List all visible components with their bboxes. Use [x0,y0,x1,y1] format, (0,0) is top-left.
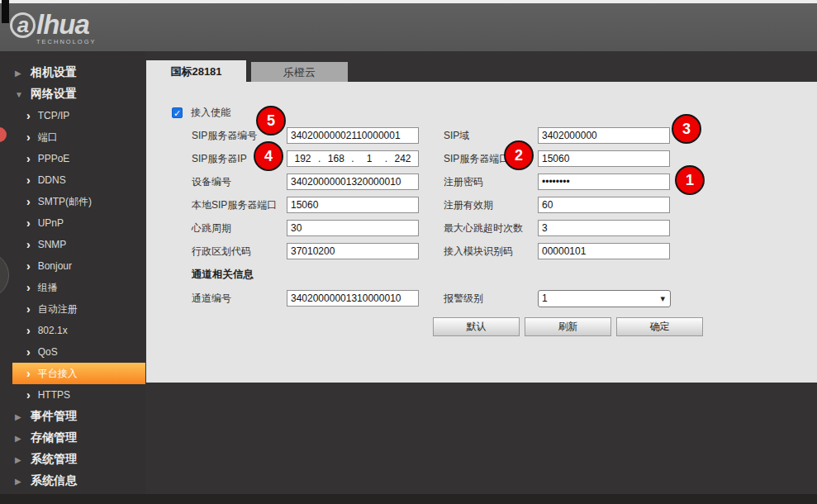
sidebar-item-label: PPPoE [38,153,70,164]
alarm-level-selected-value: 1 [542,292,660,304]
bottom-strip [0,494,817,504]
top-left-corner-block [2,0,9,23]
sidebar-item-label: 802.1x [38,325,68,336]
chevron-right-icon: › [26,197,31,207]
chevron-right-icon: › [26,132,31,142]
sip-server-ip-input[interactable]: 192 . 168 . 1 . 242 [287,150,419,167]
admin-region-code-input[interactable] [287,243,419,259]
alarm-level-label: 报警级别 [444,292,538,306]
ip-octet-4: 242 [387,153,418,164]
device-id-input[interactable] [287,174,419,190]
dahua-logo: alhua TECHNOLOGY [10,10,97,45]
triangle-right-icon: ▶ [15,412,24,421]
app-header: alhua TECHNOLOGY [0,3,817,51]
alarm-level-select[interactable]: 1 ▾ [538,290,671,307]
chevron-right-icon: › [26,111,31,121]
sidebar-item-label: 端口 [38,131,58,145]
dahua-logo-subtitle: TECHNOLOGY [36,38,97,45]
triangle-right-icon: ▶ [15,69,24,78]
sip-domain-label: SIP域 [444,129,538,143]
dahua-logo-rest: lhua [36,9,89,40]
chevron-right-icon: › [26,347,31,357]
sidebar-item-storage-management[interactable]: ▶存储管理 [0,427,145,449]
sidebar-item-platform-access[interactable]: ›平台接入 [12,363,145,384]
device-id-label: 设备编号 [192,175,287,189]
sidebar-item-label: 存储管理 [31,430,77,445]
sidebar-item-snmp[interactable]: ›SNMP [0,234,145,255]
form-row: 设备编号 注册密码 [192,170,708,193]
form-row: 本地SIP服务器端口 注册有效期 [192,193,708,216]
max-heartbeat-timeout-input[interactable] [538,220,670,236]
triangle-right-icon: ▶ [15,477,24,486]
channel-id-label: 通道编号 [192,292,287,306]
sip-server-id-input[interactable] [287,127,419,144]
sidebar-item-pppoe[interactable]: ›PPPoE [0,148,145,169]
sidebar-item-system-management[interactable]: ▶系统管理 [0,449,145,470]
triangle-right-icon: ▶ [15,455,24,464]
sidebar-item-network-settings[interactable]: ▼网络设置 [0,83,145,105]
enable-checkbox[interactable]: ✓ [172,107,183,118]
annotation-badge-5: 5 [256,106,286,136]
sidebar-item-event-management[interactable]: ▶事件管理 [0,406,145,427]
sidebar-item-camera-settings[interactable]: ▶相机设置 [0,62,145,83]
tab-gb28181[interactable]: 国标28181 [146,60,246,82]
chevron-right-icon: › [26,175,31,185]
ip-octet-2: 168 [321,153,351,164]
heartbeat-period-input[interactable] [287,220,419,236]
dahua-logo-text: alhua [10,10,97,40]
sidebar-item-label: DDNS [38,174,66,186]
heartbeat-period-label: 心跳周期 [192,221,287,235]
chevron-right-icon: › [26,218,31,228]
settings-panel: ✓ 接入使能 SIP服务器编号 SIP域 SIP服务器IP 192 . 168 … [146,82,817,383]
sidebar-item-qos[interactable]: ›QoS [0,341,145,363]
sip-domain-input[interactable] [538,127,670,144]
confirm-button[interactable]: 确定 [616,317,703,336]
sidebar-item-smtp[interactable]: ›SMTP(邮件) [0,191,145,212]
local-sip-port-input[interactable] [287,197,419,213]
form-row: 通道编号 报警级别 1 ▾ [192,287,708,310]
chevron-right-icon: › [26,368,31,378]
access-module-id-input[interactable] [538,243,670,259]
channel-section-title: 通道相关信息 [192,263,708,287]
annotation-badge-3: 3 [672,114,701,144]
triangle-down-icon: ▼ [15,90,24,99]
sidebar-item-tcpip[interactable]: ›TCP/IP [0,105,145,126]
register-validity-label: 注册有效期 [444,198,538,212]
channel-id-input[interactable] [287,290,419,307]
sidebar-item-ddns[interactable]: ›DDNS [0,169,145,191]
dahua-logo-circled-a: a [10,12,36,38]
sidebar-item-label: TCP/IP [38,110,70,121]
sidebar-item-8021x[interactable]: ›802.1x [0,320,145,341]
checkbox-check-icon: ✓ [173,108,181,118]
default-button[interactable]: 默认 [433,317,520,336]
sidebar-item-label: SNMP [38,239,67,250]
chevron-right-icon: › [26,304,31,314]
gb28181-form: ✓ 接入使能 SIP服务器编号 SIP域 SIP服务器IP 192 . 168 … [192,101,708,336]
sidebar-item-label: SMTP(邮件) [38,195,92,209]
sip-server-port-input[interactable] [538,150,670,167]
chevron-right-icon: › [26,261,31,271]
chevron-right-icon: › [26,390,31,400]
sidebar-item-label: 系统信息 [31,473,77,488]
sidebar-item-multicast[interactable]: ›组播 [0,277,145,298]
sidebar-item-label: 平台接入 [38,367,78,381]
tab-lechange-cloud[interactable]: 乐橙云 [251,62,348,82]
ip-octet-3: 1 [354,153,385,164]
register-validity-input[interactable] [538,197,670,213]
register-password-input[interactable] [538,174,670,190]
admin-region-code-label: 行政区划代码 [192,245,287,259]
sidebar-item-label: 网络设置 [31,87,77,102]
annotation-badge-4: 4 [254,141,283,171]
access-module-id-label: 接入模块识别码 [444,245,538,259]
chevron-right-icon: › [26,283,31,292]
sidebar-item-https[interactable]: ›HTTPS [0,384,145,406]
sidebar-item-bonjour[interactable]: ›Bonjour [0,255,145,277]
triangle-right-icon: ▶ [15,434,24,443]
refresh-button[interactable]: 刷新 [525,317,611,336]
sidebar-item-auto-register[interactable]: ›自动注册 [0,298,145,320]
enable-row: ✓ 接入使能 [172,101,708,124]
sidebar-item-port[interactable]: ›端口 [0,126,145,148]
sidebar-item-upnp[interactable]: ›UPnP [0,212,145,234]
sidebar-item-label: 相机设置 [31,65,77,80]
sidebar-item-system-info[interactable]: ▶系统信息 [0,470,145,492]
